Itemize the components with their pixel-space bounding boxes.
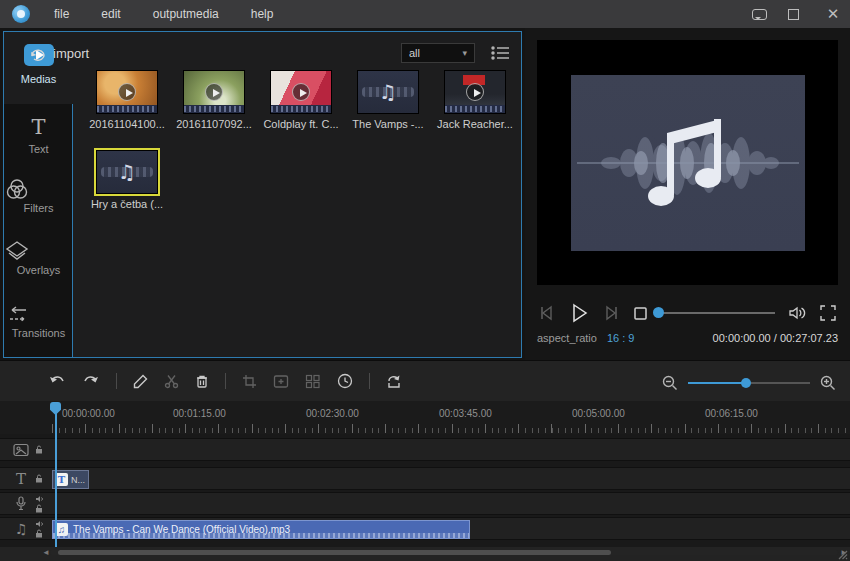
- split-button[interactable]: [164, 374, 179, 389]
- ruler-label: 00:02:30.00: [306, 408, 359, 419]
- import-button[interactable]: import: [28, 45, 89, 61]
- aspect-ratio-value[interactable]: 16 : 9: [607, 332, 635, 344]
- video-track-icon: [12, 443, 30, 457]
- sidebar-item-overlays[interactable]: Overlays: [4, 239, 73, 276]
- voice-track[interactable]: [0, 492, 850, 515]
- music-note-icon: ♫: [118, 160, 136, 184]
- lock-icon[interactable]: [35, 529, 43, 538]
- step-backward-button[interactable]: [539, 305, 555, 321]
- menubar: file edit outputmedia help: [40, 3, 287, 25]
- media-item[interactable]: 20161107092...: [174, 70, 254, 130]
- delete-button[interactable]: [195, 374, 209, 389]
- export-clip-button[interactable]: [386, 373, 402, 389]
- seek-slider[interactable]: [655, 312, 775, 314]
- scrollbar-thumb[interactable]: [58, 550, 611, 555]
- fullscreen-button[interactable]: [820, 305, 836, 321]
- transitions-icon: [4, 304, 32, 326]
- clip-waveform: [53, 533, 469, 538]
- close-icon[interactable]: ✕: [824, 5, 842, 23]
- preview-stage: [537, 40, 838, 285]
- text-icon: T: [31, 115, 45, 139]
- lock-icon[interactable]: [35, 445, 43, 454]
- maximize-icon[interactable]: [788, 9, 806, 20]
- text-clip[interactable]: T N...: [52, 470, 89, 489]
- step-forward-button[interactable]: [603, 305, 619, 321]
- timeline-hscrollbar[interactable]: ◄ ►: [0, 548, 850, 557]
- audio-thumbnail: ♫: [357, 70, 419, 114]
- media-item[interactable]: 20161104100...: [87, 70, 167, 130]
- play-button[interactable]: [569, 303, 589, 323]
- timeline-tracks: T T N...: [0, 434, 850, 547]
- music-clip[interactable]: ♫ The Vamps - Can We Dance (Official Vid…: [52, 520, 470, 539]
- ruler-label: 00:06:15.00: [705, 408, 758, 419]
- sidebar-item-text[interactable]: T Text: [4, 116, 73, 155]
- scroll-left-icon[interactable]: ◄: [42, 548, 50, 557]
- timeline-zoom-slider[interactable]: [688, 377, 810, 389]
- timeline-panel: 00:00:00.00 00:01:15.00 00:02:30.00 00:0…: [0, 360, 850, 561]
- redo-button[interactable]: [82, 374, 100, 389]
- speaker-icon[interactable]: [35, 495, 44, 503]
- menu-file[interactable]: file: [40, 3, 83, 25]
- preview-panel: aspect_ratio 16 : 9 00:00:00.00 / 00:27:…: [525, 28, 850, 360]
- playhead-line[interactable]: [55, 404, 57, 547]
- transport-controls: [525, 296, 850, 330]
- duration-button[interactable]: [337, 373, 353, 389]
- sidebar-item-filters[interactable]: Filters: [4, 177, 73, 214]
- preview-frame: [571, 75, 805, 251]
- video-thumbnail: [444, 70, 506, 114]
- overlays-icon: [4, 239, 30, 263]
- media-item[interactable]: Coldplay ft. C...: [261, 70, 341, 130]
- aspect-ratio-label: aspect_ratio: [537, 332, 597, 344]
- text-track[interactable]: T T N...: [0, 467, 850, 490]
- speaker-icon[interactable]: [35, 520, 44, 528]
- video-track[interactable]: [0, 438, 850, 461]
- ruler-label: 00:03:45.00: [439, 408, 492, 419]
- app-logo-icon: [12, 5, 30, 23]
- play-overlay-icon: [292, 83, 310, 101]
- media-filter-select[interactable]: all ▾: [401, 43, 475, 63]
- sidebar-item-transitions[interactable]: Transitions: [4, 304, 73, 339]
- audio-thumbnail: ♫: [96, 150, 158, 194]
- ruler-label: 00:00:00.00: [62, 408, 115, 419]
- timeline-zoom-controls: [662, 375, 836, 391]
- preview-timecode: 00:00:00.00 / 00:27:07.23: [713, 332, 838, 344]
- media-item-selected[interactable]: ♫ Hry a četba (...: [87, 150, 167, 210]
- feedback-icon[interactable]: [752, 9, 770, 20]
- seek-handle[interactable]: [653, 307, 664, 318]
- list-view-toggle[interactable]: [490, 44, 510, 62]
- menu-help[interactable]: help: [237, 3, 288, 25]
- music-note-icon: ♫: [379, 80, 397, 104]
- zoom-slider-handle[interactable]: [741, 378, 751, 388]
- lock-icon[interactable]: [35, 504, 43, 513]
- video-editor-window: file edit outputmedia help ✕ Medias T Te…: [0, 0, 850, 561]
- sidebar-item-medias[interactable]: Medias: [4, 32, 73, 104]
- media-library-panel: Medias T Text Filters Overlays: [3, 31, 522, 358]
- menu-outputmedia[interactable]: outputmedia: [139, 3, 233, 25]
- video-thumbnail: [96, 70, 158, 114]
- microphone-track-icon: [12, 496, 30, 511]
- timeline-toolbar: [0, 367, 850, 395]
- resize-grip-icon[interactable]: [838, 550, 848, 560]
- media-item[interactable]: ♫ The Vamps -...: [348, 70, 428, 130]
- timeline-ruler[interactable]: 00:00:00.00 00:01:15.00 00:02:30.00 00:0…: [0, 401, 850, 434]
- crop-button[interactable]: [242, 374, 257, 389]
- mosaic-button[interactable]: [305, 374, 321, 389]
- media-item[interactable]: Jack Reacher...: [435, 70, 515, 130]
- lock-icon[interactable]: [35, 474, 43, 483]
- zoom-clip-button[interactable]: [273, 374, 289, 389]
- import-icon: [28, 45, 46, 61]
- zoom-in-icon[interactable]: [820, 375, 836, 391]
- stop-button[interactable]: [633, 306, 648, 321]
- music-track[interactable]: ♫ ♫ The Vamps - Can We Dance (Official V…: [0, 517, 850, 540]
- play-overlay-icon: [205, 83, 223, 101]
- video-thumbnail: [183, 70, 245, 114]
- video-thumbnail: [270, 70, 332, 114]
- play-overlay-icon: [466, 83, 484, 101]
- undo-button[interactable]: [48, 374, 66, 389]
- filters-icon: [4, 177, 30, 201]
- volume-button[interactable]: [788, 305, 806, 321]
- menu-edit[interactable]: edit: [87, 3, 134, 25]
- audio-waveform-graphic: [571, 75, 805, 251]
- edit-button[interactable]: [133, 374, 148, 389]
- zoom-out-icon[interactable]: [662, 375, 678, 391]
